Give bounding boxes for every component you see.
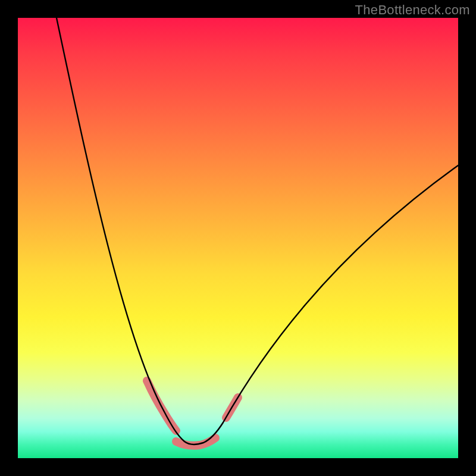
watermark-text: TheBottleneck.com (355, 2, 470, 18)
curve-layer (18, 18, 458, 458)
bottleneck-curve (57, 18, 458, 444)
plot-area (18, 18, 458, 458)
chart-frame: TheBottleneck.com (0, 0, 476, 476)
